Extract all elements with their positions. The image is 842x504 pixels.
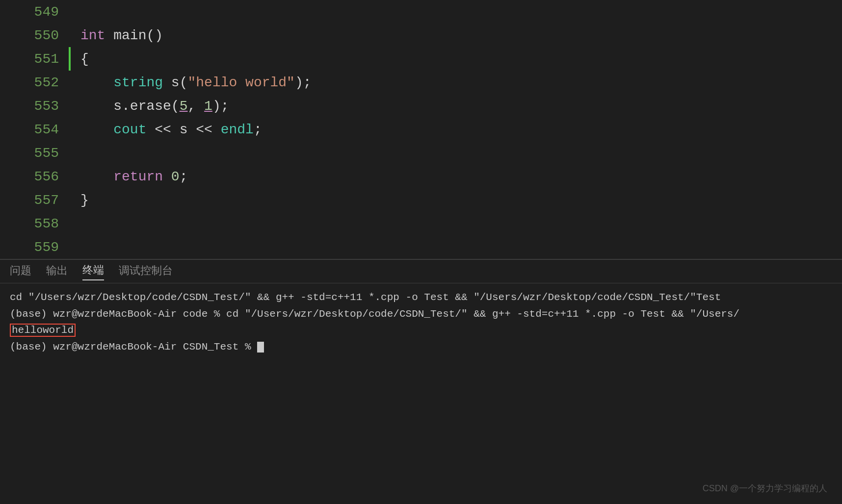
terminal-tabs: 问题输出终端调试控制台 [0,260,842,283]
code-line: 557} [0,188,842,212]
code-token: << s << [146,122,220,137]
code-line: 554 cout << s << endl; [0,118,842,141]
line-content: int main() [71,28,842,43]
code-token: return [113,169,163,184]
code-token: , [187,99,204,114]
code-token: } [80,193,89,208]
terminal-line: helloworld [10,322,832,339]
line-indicator [69,141,71,165]
code-line: 550int main() [0,24,842,47]
code-token: ); [212,99,229,114]
code-line: 556 return 0; [0,165,842,188]
line-number: 559 [0,240,69,255]
code-editor: 549550int main()551{552 string s("hello … [0,0,842,259]
code-token [163,169,171,184]
line-number: 555 [0,146,69,161]
line-number: 553 [0,99,69,114]
line-number: 551 [0,51,69,67]
code-token: main() [105,28,163,43]
code-line: 549 [0,0,842,24]
code-line: 559 [0,235,842,259]
code-token: 0 [171,169,180,184]
line-content: string s("hello world"); [71,75,842,90]
line-content: cout << s << endl; [71,122,842,137]
terminal-cursor [257,342,264,353]
code-token: 1 [204,99,212,114]
code-token: "hello world" [187,75,294,90]
terminal-line: (base) wzr@wzrdeMacBook-Air CSDN_Test % [10,339,832,355]
line-content: { [71,51,842,67]
line-indicator [69,212,71,235]
line-indicator [69,0,71,24]
code-token: { [80,51,89,67]
terminal-tab[interactable]: 问题 [10,263,31,280]
terminal-line: (base) wzr@wzrdeMacBook-Air code % cd "/… [10,306,832,323]
line-content: return 0; [71,169,842,184]
code-token: endl [221,122,254,137]
code-token: s( [163,75,187,90]
line-number: 549 [0,4,69,20]
line-content: } [71,193,842,208]
line-number: 558 [0,216,69,231]
code-token: string [113,75,163,90]
terminal-section: 问题输出终端调试控制台 cd "/Users/wzr/Desktop/code/… [0,260,842,504]
line-content: s.erase(5, 1); [71,99,842,114]
line-number: 557 [0,193,69,208]
code-token: cout [113,122,146,137]
code-line: 558 [0,212,842,235]
line-number: 552 [0,75,69,90]
code-token: 5 [180,99,188,114]
terminal-tab[interactable]: 调试控制台 [119,263,173,280]
code-token: s.erase( [113,99,179,114]
terminal-content: cd "/Users/wzr/Desktop/code/CSDN_Test/" … [0,283,842,504]
code-line: 555 [0,141,842,165]
code-line: 553 s.erase(5, 1); [0,94,842,118]
code-line: 552 string s("hello world"); [0,71,842,94]
terminal-line: cd "/Users/wzr/Desktop/code/CSDN_Test/" … [10,289,832,306]
terminal-tab[interactable]: 终端 [82,263,104,280]
line-number: 550 [0,28,69,43]
line-number: 554 [0,122,69,137]
code-token: ; [254,122,262,137]
line-number: 556 [0,169,69,184]
code-line: 551{ [0,47,842,71]
line-indicator [69,235,71,259]
code-token: ; [180,169,188,184]
watermark: CSDN @一个努力学习编程的人 [703,482,827,494]
code-token: int [80,28,105,43]
code-token: ); [295,75,312,90]
highlighted-output: helloworld [10,324,76,337]
terminal-tab[interactable]: 输出 [46,263,68,280]
